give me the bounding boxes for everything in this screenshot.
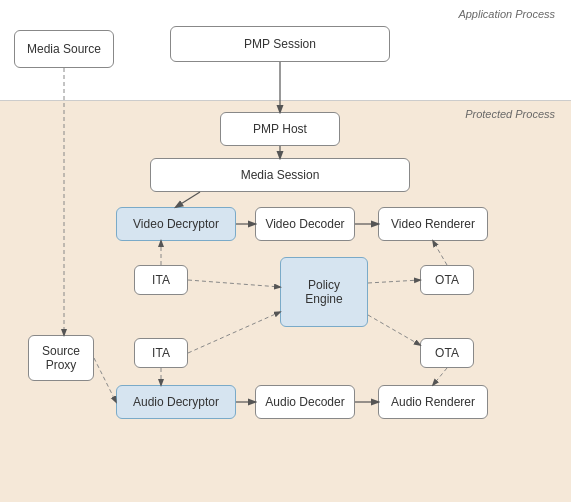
pmp-session-box: PMP Session [170, 26, 390, 62]
video-renderer-box: Video Renderer [378, 207, 488, 241]
policy-engine-box: Policy Engine [280, 257, 368, 327]
media-session-box: Media Session [150, 158, 410, 192]
protected-process-label: Protected Process [465, 108, 555, 120]
audio-renderer-box: Audio Renderer [378, 385, 488, 419]
media-source-box: Media Source [14, 30, 114, 68]
audio-decryptor-box: Audio Decryptor [116, 385, 236, 419]
video-decoder-box: Video Decoder [255, 207, 355, 241]
app-process-label: Application Process [458, 8, 555, 20]
ota-bottom-box: OTA [420, 338, 474, 368]
pmp-host-box: PMP Host [220, 112, 340, 146]
ita-top-box: ITA [134, 265, 188, 295]
video-decryptor-box: Video Decryptor [116, 207, 236, 241]
ota-top-box: OTA [420, 265, 474, 295]
ita-bottom-box: ITA [134, 338, 188, 368]
source-proxy-box: Source Proxy [28, 335, 94, 381]
audio-decoder-box: Audio Decoder [255, 385, 355, 419]
